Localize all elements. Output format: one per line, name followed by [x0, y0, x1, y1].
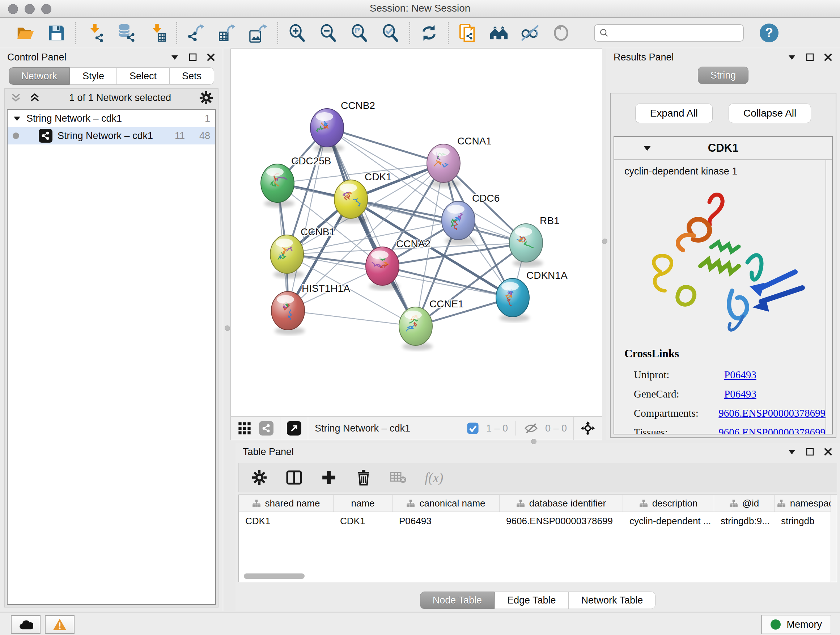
zoom-out-button[interactable] — [318, 23, 338, 43]
close-window-button[interactable] — [8, 4, 18, 14]
tissues-link[interactable]: 9606.ENSP00000378699 — [718, 426, 826, 434]
column-header-description[interactable]: description — [623, 495, 714, 511]
table-cell[interactable]: CDK1 — [333, 512, 393, 530]
column-header-shared-name[interactable]: shared name — [239, 495, 333, 511]
collapse-all-networks-icon[interactable] — [10, 92, 22, 104]
panel-menu-icon[interactable] — [787, 52, 797, 62]
network-view[interactable]: CCNB2CCNA1CDC25BCDK1CDC6RB1CCNB1CCNA2CDK… — [231, 49, 602, 440]
network-node-CDC6[interactable]: CDC6 — [442, 193, 500, 245]
column-header-database-identifier[interactable]: database identifier — [500, 495, 623, 511]
zoom-in-button[interactable] — [287, 23, 307, 43]
zoom-selected-button[interactable] — [380, 23, 401, 43]
right-splitter-handle[interactable] — [602, 239, 607, 244]
birdseye-grid-icon[interactable] — [237, 421, 252, 435]
tab-node-table[interactable]: Node Table — [420, 592, 494, 609]
bottom-splitter-handle[interactable] — [531, 439, 537, 444]
delete-column-icon[interactable] — [355, 469, 372, 486]
cloud-status-button[interactable] — [11, 615, 41, 634]
collapse-all-button[interactable]: Collapse All — [729, 103, 811, 123]
save-session-button[interactable] — [46, 23, 66, 43]
network-node-RB1[interactable]: RB1 — [509, 215, 559, 267]
table-cell[interactable]: CDK1 — [239, 512, 333, 530]
network-options-gear-icon[interactable] — [199, 91, 213, 105]
close-panel-icon[interactable] — [206, 52, 216, 62]
float-panel-icon[interactable] — [805, 52, 815, 62]
import-table-button[interactable] — [147, 23, 167, 43]
results-scrollbar[interactable] — [826, 160, 832, 434]
expand-all-button[interactable]: Expand All — [635, 103, 713, 123]
panel-menu-icon[interactable] — [787, 447, 797, 456]
zoom-window-button[interactable] — [41, 4, 51, 14]
column-header-namespace[interactable]: namespace — [775, 495, 837, 511]
function-builder-icon[interactable]: f(x) — [425, 470, 443, 486]
search-input[interactable] — [609, 27, 739, 39]
close-panel-icon[interactable] — [823, 447, 833, 456]
table-cell[interactable]: P06493 — [393, 512, 500, 530]
minimize-window-button[interactable] — [25, 4, 35, 14]
float-panel-icon[interactable] — [188, 52, 197, 62]
warning-status-button[interactable] — [45, 615, 74, 634]
vertical-scrollbar[interactable] — [831, 495, 837, 582]
left-splitter-handle[interactable] — [225, 325, 230, 331]
show-columns-icon[interactable] — [286, 469, 302, 486]
network-node-CDKN1A[interactable]: CDKN1A — [496, 270, 568, 322]
tab-select[interactable]: Select — [117, 67, 169, 85]
table-gear-icon[interactable] — [251, 469, 268, 486]
eye-button[interactable] — [551, 23, 571, 43]
export-image-button[interactable] — [248, 23, 268, 43]
close-panel-icon[interactable] — [823, 52, 833, 62]
string-home-button[interactable] — [489, 23, 509, 43]
string-glasses-off-button[interactable] — [520, 23, 540, 43]
table-cell[interactable]: stringdb — [775, 512, 837, 530]
network-row[interactable]: String Network – cdk1 11 48 — [8, 127, 215, 144]
column-header-name[interactable]: name — [333, 495, 393, 511]
memory-button[interactable]: Memory — [761, 615, 831, 634]
column-header--id[interactable]: @id — [714, 495, 775, 511]
fit-content-crosshair-icon[interactable] — [580, 421, 595, 436]
hidden-eye-icon[interactable] — [524, 421, 538, 435]
panel-menu-icon[interactable] — [170, 52, 180, 62]
network-collection-row[interactable]: String Network – cdk1 1 — [8, 110, 215, 127]
selected-checkbox-icon[interactable] — [467, 422, 479, 434]
table-cell[interactable]: cyclin-dependent ... — [623, 512, 714, 530]
table-cell[interactable]: stringdb:9... — [714, 512, 775, 530]
import-network-button[interactable] — [85, 23, 105, 43]
tab-network[interactable]: Network — [9, 67, 70, 85]
help-button[interactable]: ? — [760, 24, 778, 42]
refresh-button[interactable] — [419, 23, 439, 43]
network-column-icon — [252, 499, 261, 507]
results-panel-title: Results Panel — [614, 52, 674, 63]
column-header-canonical-name[interactable]: canonical name — [393, 495, 500, 511]
export-table-button[interactable] — [217, 23, 237, 43]
collapse-caret-icon[interactable] — [13, 114, 21, 123]
network-node-CCNB2[interactable]: CCNB2 — [310, 100, 375, 152]
collapse-section-caret-icon[interactable] — [643, 143, 652, 153]
uniprot-link[interactable]: P06493 — [724, 369, 756, 381]
import-database-button[interactable] — [116, 23, 136, 43]
expand-all-networks-icon[interactable] — [28, 92, 41, 104]
compartments-link[interactable]: 9606.ENSP00000378699 — [718, 407, 826, 419]
clone-network-button[interactable] — [458, 23, 478, 43]
node-label-CCNB1: CCNB1 — [301, 226, 335, 238]
network-node-CCNE1[interactable]: CCNE1 — [399, 298, 464, 350]
export-network-button[interactable] — [186, 23, 206, 43]
delete-table-icon[interactable] — [390, 469, 407, 486]
zoom-fit-button[interactable] — [349, 23, 369, 43]
network-canvas[interactable]: CCNB2CCNA1CDC25BCDK1CDC6RB1CCNB1CCNA2CDK… — [231, 49, 602, 417]
tab-edge-table[interactable]: Edge Table — [494, 592, 569, 609]
cdk1-section-header[interactable]: CDK1 — [614, 137, 832, 160]
network-node-HIST1H1A[interactable]: HIST1H1A — [271, 283, 350, 335]
tab-string-results[interactable]: String — [698, 67, 749, 84]
tab-network-table[interactable]: Network Table — [569, 592, 656, 609]
float-panel-icon[interactable] — [805, 447, 815, 456]
table-cell[interactable]: 9606.ENSP00000378699 — [500, 512, 623, 530]
search-box[interactable] — [594, 24, 744, 42]
open-in-window-icon[interactable] — [287, 421, 302, 435]
add-column-icon[interactable] — [321, 469, 337, 486]
open-session-button[interactable] — [15, 23, 35, 43]
tab-style[interactable]: Style — [70, 67, 117, 85]
string-style-badge-icon[interactable] — [259, 421, 273, 435]
horizontal-scrollbar[interactable] — [244, 573, 305, 579]
tab-sets[interactable]: Sets — [169, 67, 214, 85]
genecard-link[interactable]: P06493 — [724, 388, 756, 400]
